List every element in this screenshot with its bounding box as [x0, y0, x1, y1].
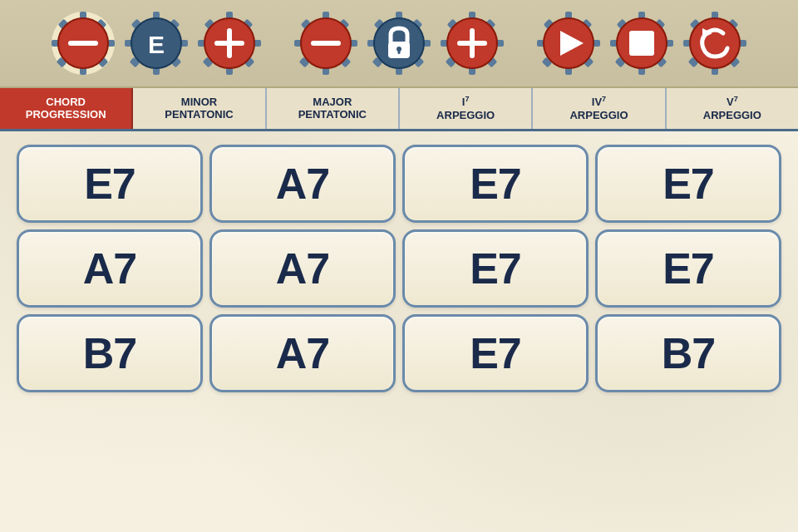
svg-rect-11 — [68, 41, 98, 46]
chord-cell-r3c1[interactable]: B7 — [17, 314, 203, 392]
chord-cell-r1c3[interactable]: E7 — [402, 145, 589, 223]
tab-bar: CHORD PROGRESSION MINOR PENTATONIC MAJOR… — [0, 88, 798, 131]
chord-cell-r2c1[interactable]: A7 — [17, 229, 203, 308]
lock-button[interactable] — [366, 10, 432, 76]
svg-text:E: E — [148, 31, 165, 58]
chord-cell-r1c4[interactable]: E7 — [595, 145, 781, 223]
svg-rect-32 — [227, 28, 232, 58]
svg-rect-65 — [470, 28, 475, 58]
chord-cell-r3c3[interactable]: E7 — [402, 314, 589, 392]
chord-cell-r2c3[interactable]: E7 — [402, 229, 589, 308]
svg-rect-85 — [629, 31, 654, 56]
chord-cell-r2c4[interactable]: E7 — [595, 229, 781, 308]
tab-iv7-arpeggio[interactable]: IV7 ARPEGGIO — [533, 88, 666, 129]
chord-cell-r1c2[interactable]: A7 — [209, 145, 396, 223]
plus-1-button[interactable] — [196, 10, 263, 76]
chord-row-1: E7 A7 E7 E7 — [17, 145, 781, 223]
chord-grid: E7 A7 E7 E7 A7 A7 E7 E7 B7 A7 — [0, 131, 798, 406]
toolbar: E — [0, 0, 798, 88]
tab-v7-arpeggio[interactable]: V7 ARPEGGIO — [667, 88, 798, 129]
play-button[interactable] — [535, 10, 602, 76]
svg-point-94 — [690, 18, 740, 68]
svg-rect-42 — [311, 41, 341, 46]
svg-rect-54 — [398, 49, 401, 54]
tab-major-pentatonic[interactable]: MAJOR PENTATONIC — [267, 88, 400, 129]
chord-cell-r3c4[interactable]: B7 — [595, 314, 781, 392]
minus-2-button[interactable] — [293, 10, 359, 76]
plus-2-button[interactable] — [439, 10, 505, 76]
undo-button[interactable] — [682, 10, 748, 76]
tab-i7-arpeggio[interactable]: I7 ARPEGGIO — [400, 88, 533, 129]
minus-1-button[interactable] — [50, 10, 116, 76]
tab-minor-pentatonic[interactable]: MINOR PENTATONIC — [133, 88, 266, 129]
chord-row-2: A7 A7 E7 E7 — [17, 229, 781, 308]
chord-cell-r1c1[interactable]: E7 — [17, 145, 203, 223]
edit-button[interactable]: E — [123, 10, 190, 76]
chord-row-3: B7 A7 E7 B7 — [17, 314, 781, 392]
chord-cell-r3c2[interactable]: A7 — [209, 314, 396, 392]
stop-button[interactable] — [608, 10, 675, 76]
chord-cell-r2c2[interactable]: A7 — [209, 229, 396, 308]
tab-chord-progression[interactable]: CHORD PROGRESSION — [0, 88, 133, 129]
